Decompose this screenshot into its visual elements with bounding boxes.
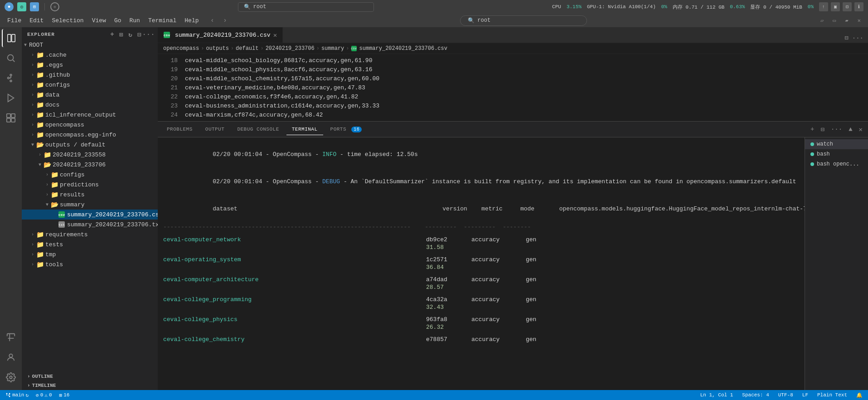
tree-cache[interactable]: › 📁 .cache xyxy=(22,50,158,60)
breadcrumb-summary[interactable]: summary xyxy=(321,45,344,52)
more-tabs-btn[interactable]: ··· xyxy=(851,34,864,43)
breadcrumb-date[interactable]: 20240219_233706 xyxy=(266,45,315,52)
win-close[interactable]: ✕ xyxy=(854,16,864,25)
terminal-session-watch[interactable]: watch xyxy=(805,139,868,149)
info-btn[interactable]: ℹ xyxy=(854,2,863,11)
titlebar: ● ◎ ⊞ ⊙ 🔍 root CPU 3.15% GPU-1: Nvidia A… xyxy=(0,0,868,14)
tree-tools[interactable]: › 📁 tools xyxy=(22,259,158,269)
status-branch[interactable]: main ↻ xyxy=(4,392,30,398)
terminal-line-1: 02/20 00:01:04 - OpenCompass - INFO - ti… xyxy=(163,141,799,168)
status-encoding[interactable]: UTF-8 xyxy=(776,392,795,398)
term-value-5: 26.32 xyxy=(163,324,444,331)
tree-tests[interactable]: › 📁 tests xyxy=(22,239,158,249)
menu-view[interactable]: View xyxy=(88,15,110,26)
activity-settings[interactable] xyxy=(2,368,20,386)
activity-source-control[interactable] xyxy=(2,69,20,87)
panel-tab-output[interactable]: OUTPUT xyxy=(200,124,230,135)
tree-outputs-default[interactable]: ▼ 📂 outputs / default xyxy=(22,140,158,150)
maximize-panel-btn[interactable]: ▲ xyxy=(847,125,854,134)
tree-eggs[interactable]: › 📁 .eggs xyxy=(22,60,158,70)
tree-folder-233706[interactable]: ▼ 📂 20240219_233706 xyxy=(22,160,158,170)
breadcrumb-filename[interactable]: summary_20240219_233706.csv xyxy=(359,45,447,52)
tree-results[interactable]: › 📁 results xyxy=(22,190,158,200)
tree-github[interactable]: › 📁 .github xyxy=(22,70,158,80)
tree-tmp[interactable]: › 📁 tmp xyxy=(22,249,158,259)
tree-opencompass[interactable]: › 📁 opencompass xyxy=(22,120,158,130)
status-ports[interactable]: ⊞ 16 xyxy=(58,392,72,398)
terminal-content[interactable]: 02/20 00:01:04 - OpenCompass - INFO - ti… xyxy=(158,137,805,390)
tree-folder-233558[interactable]: › 📁 20240219_233558 xyxy=(22,150,158,160)
menu-edit[interactable]: Edit xyxy=(26,15,47,26)
timeline-section[interactable]: › TIMELINE xyxy=(22,381,158,390)
outline-label: OUTLINE xyxy=(32,374,53,379)
more-panel-btn[interactable]: ··· xyxy=(829,125,844,134)
add-terminal-btn[interactable]: + xyxy=(809,125,816,134)
tests-label: tests xyxy=(45,241,63,248)
new-folder-action[interactable]: ⊞ xyxy=(118,31,125,38)
tree-configs[interactable]: › 📁 configs xyxy=(22,80,158,90)
panel-tab-problems[interactable]: PROBLEMS xyxy=(161,124,198,135)
breadcrumb-default[interactable]: default xyxy=(236,45,258,52)
menu-help[interactable]: Help xyxy=(181,15,202,26)
layout-btn[interactable]: ▣ xyxy=(831,2,840,11)
txt-file-icon: txt xyxy=(58,221,65,228)
terminal-session-bash-openc[interactable]: bash openc... xyxy=(805,159,868,169)
tree-root[interactable]: ▼ ROOT xyxy=(22,40,158,50)
tree-icl[interactable]: › 📁 icl_inference_output xyxy=(22,110,158,120)
win-min[interactable]: ▱ xyxy=(817,16,827,25)
search-input-bar[interactable]: 🔍 root xyxy=(460,15,587,26)
tree-data[interactable]: › 📁 data xyxy=(22,90,158,100)
status-position[interactable]: Ln 1, Col 1 xyxy=(698,392,735,398)
activity-explorer[interactable] xyxy=(2,29,20,47)
tree-configs-sub[interactable]: › 📁 configs xyxy=(22,170,158,180)
activity-extensions[interactable] xyxy=(2,109,20,127)
refresh-action[interactable]: ↻ xyxy=(127,31,134,38)
menu-run[interactable]: Run xyxy=(126,15,143,26)
breadcrumb-opencompass[interactable]: opencompass xyxy=(163,45,199,52)
panel-tab-debug[interactable]: DEBUG CONSOLE xyxy=(232,124,284,135)
panel-tab-terminal[interactable]: TERMINAL xyxy=(286,124,323,135)
tree-egg-info[interactable]: › 📁 opencompass.egg-info xyxy=(22,130,158,140)
menu-go[interactable]: Go xyxy=(111,15,125,26)
split-btn[interactable]: ⊡ xyxy=(843,2,852,11)
activity-search[interactable] xyxy=(2,49,20,67)
panel-tab-ports[interactable]: PORTS 16 xyxy=(325,124,368,135)
status-line-ending[interactable]: LF xyxy=(800,392,810,398)
terminal-session-bash[interactable]: bash xyxy=(805,149,868,159)
breadcrumb-sep5: › xyxy=(346,45,349,52)
results-icon: 📁 xyxy=(51,191,58,198)
titlebar-center: 🔍 root xyxy=(59,2,552,12)
menu-terminal[interactable]: Terminal xyxy=(145,15,180,26)
nav-forward[interactable]: › xyxy=(220,15,231,26)
term-dataset-6: ceval-college_chemistry xyxy=(163,336,426,343)
split-terminal-btn[interactable]: ⊟ xyxy=(819,125,826,134)
outline-section[interactable]: › OUTLINE xyxy=(22,372,158,381)
split-editor-btn[interactable]: ⊟ xyxy=(844,33,849,43)
tree-docs[interactable]: › 📁 docs xyxy=(22,100,158,110)
tree-summary-csv[interactable]: › csv summary_20240219_233706.csv xyxy=(22,210,158,220)
close-panel-btn[interactable]: ✕ xyxy=(857,125,864,134)
menu-file[interactable]: File xyxy=(4,15,25,26)
nav-back[interactable]: ‹ xyxy=(207,15,218,26)
tree-predictions[interactable]: › 📁 predictions xyxy=(22,180,158,190)
status-language[interactable]: Plain Text xyxy=(815,392,849,398)
activity-account[interactable] xyxy=(2,348,20,366)
breadcrumb-outputs[interactable]: outputs xyxy=(206,45,228,52)
activity-test[interactable] xyxy=(2,328,20,346)
tree-summary-txt[interactable]: › txt summary_20240219_233706.txt xyxy=(22,220,158,229)
win-split[interactable]: ▰ xyxy=(842,16,852,25)
more-action[interactable]: ··· xyxy=(145,31,152,38)
upload-btn[interactable]: ↑ xyxy=(819,2,828,11)
tree-requirements[interactable]: › 📁 requirements xyxy=(22,229,158,239)
tree-summary[interactable]: ▼ 📂 summary xyxy=(22,200,158,210)
activity-run[interactable] xyxy=(2,89,20,107)
status-errors[interactable]: ⊘ 0 ⚠ 0 xyxy=(34,392,53,398)
menu-selection[interactable]: Selection xyxy=(48,15,87,26)
win-max[interactable]: ▭ xyxy=(829,16,839,25)
line-num-24: 24 xyxy=(161,112,178,118)
status-spaces[interactable]: Spaces: 4 xyxy=(740,392,771,398)
tab-summary-csv[interactable]: csv summary_20240219_233706.csv ✕ xyxy=(158,27,283,43)
new-file-action[interactable]: + xyxy=(109,31,116,38)
status-notification[interactable]: 🔔 xyxy=(854,392,864,398)
tab-close-btn[interactable]: ✕ xyxy=(273,31,277,39)
